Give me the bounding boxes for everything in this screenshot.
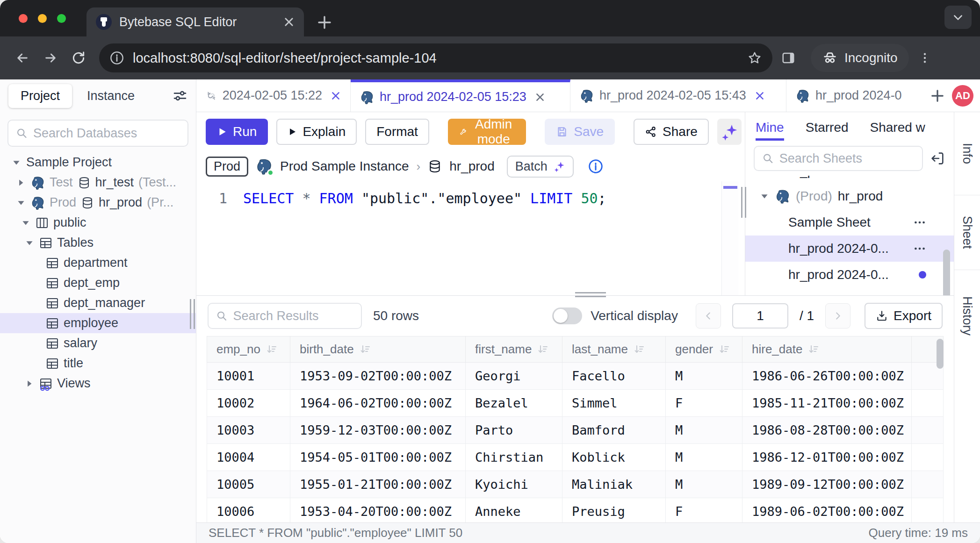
rail-tab-info[interactable]: Info [954,112,980,195]
sheet-tab-1[interactable]: 2024-02-05 15:22 [196,79,351,112]
table-row[interactable]: 10005 1955-01-21T00:00:00Z Kyoichi Malin… [207,471,944,498]
cell[interactable]: 1986-12-01T00:00:00Z [742,444,912,471]
address-bar[interactable]: localhost:8080/sql-editor/sheet/project-… [99,43,772,72]
column-header-birth-date[interactable]: birth_date [290,336,466,363]
search-sheets-input[interactable] [754,146,923,171]
tree-item-table-dept-emp[interactable]: dept_emp [0,273,196,293]
sort-icon[interactable] [808,344,819,355]
sheet-item-sample[interactable]: Sample Sheet [745,209,954,236]
explain-button[interactable]: Explain [276,119,357,145]
search-sheets-field[interactable] [779,151,915,166]
cell[interactable]: M [666,471,742,498]
chevron-down-icon[interactable] [24,238,35,248]
cell[interactable]: 1954-05-01T00:00:00Z [290,444,466,471]
close-sheet-icon[interactable] [755,91,765,101]
sheets-scrollbar[interactable] [943,250,950,295]
maximize-window-button[interactable] [57,14,66,23]
close-tab-icon[interactable] [283,16,295,28]
cell[interactable]: Georgi [466,363,562,390]
tree-item-table-title[interactable]: title [0,353,196,373]
chevron-down-icon[interactable] [11,157,22,168]
tree-item-schema-public[interactable]: public [0,213,196,233]
close-sheet-icon[interactable] [535,92,545,102]
minimize-window-button[interactable] [38,14,47,23]
cell[interactable]: F [666,498,742,523]
rail-tab-history[interactable]: History [954,270,980,362]
tree-item-prod-db[interactable]: Prod hr_prod (Pr... [0,193,196,213]
chevron-down-icon[interactable] [21,218,31,228]
cell[interactable]: Facello [562,363,666,390]
tab-mine[interactable]: Mine [756,120,784,135]
cell[interactable]: 1986-06-26T00:00:00Z [742,363,912,390]
format-button[interactable]: Format [365,119,429,145]
cell[interactable]: Bamford [562,417,666,444]
admin-mode-button[interactable]: Admin mode [448,119,526,145]
table-row[interactable]: 10003 1959-12-03T00:00:00Z Parto Bamford… [207,417,944,444]
tree-item-tables[interactable]: Tables [0,233,196,253]
tree-item-views[interactable]: Views [0,373,196,393]
sort-icon[interactable] [266,344,277,355]
tree-item-table-department[interactable]: department [0,253,196,273]
table-row[interactable]: 10002 1964-06-02T00:00:00Z Bezalel Simme… [207,390,944,417]
user-avatar[interactable]: AD [952,85,973,107]
sort-icon[interactable] [719,344,730,355]
instance-name[interactable]: Prod Sample Instance [280,159,409,174]
cell[interactable]: 1985-11-21T00:00:00Z [742,390,912,417]
reload-button[interactable] [66,46,91,70]
table-row[interactable]: 10006 1953-04-20T00:00:00Z Anneke Preusi… [207,498,944,523]
cell[interactable]: 1989-09-12T00:00:00Z [742,471,912,498]
chevron-right-icon[interactable] [24,379,35,389]
cell[interactable]: 10002 [207,390,290,417]
tree-item-table-employee[interactable]: employee [0,313,196,333]
tab-instance[interactable]: Instance [75,84,147,108]
save-button[interactable]: Save [545,119,615,145]
side-panel-icon[interactable] [776,46,800,70]
tab-starred[interactable]: Starred [806,120,849,135]
editor-minimap[interactable] [721,181,738,295]
rail-tab-sheet[interactable]: Sheet [954,195,980,270]
vertical-display-toggle[interactable] [552,307,582,324]
cell[interactable]: Simmel [562,390,666,417]
column-header-gender[interactable]: gender [666,336,742,363]
column-header-last-name[interactable]: last_name [562,336,666,363]
export-button[interactable]: Export [865,303,943,329]
filter-sliders-icon[interactable] [173,88,187,103]
forward-button[interactable] [38,46,63,70]
cell[interactable]: Chirstian [466,444,562,471]
sidebar-resize-handle[interactable] [190,299,195,329]
cell[interactable]: 1964-06-02T00:00:00Z [290,390,466,417]
cell[interactable]: 10001 [207,363,290,390]
column-header-emp-no[interactable]: emp_no [207,336,290,363]
cell[interactable]: Kyoichi [466,471,562,498]
cell[interactable]: 10003 [207,417,290,444]
search-databases-input[interactable] [7,120,188,147]
cell[interactable]: M [666,363,742,390]
sheet-item-selected[interactable]: hr_prod 2024-0... [745,236,954,262]
chevron-right-icon[interactable] [16,178,26,188]
panel-resize-handle[interactable] [741,187,746,218]
database-name[interactable]: hr_prod [449,159,495,174]
next-page-button[interactable] [825,303,850,329]
tree-item-table-salary[interactable]: salary [0,333,196,353]
cell[interactable]: 1986-08-28T00:00:00Z [742,417,912,444]
cell[interactable]: Parto [466,417,562,444]
new-sheet-button[interactable] [926,79,949,112]
tab-project[interactable]: Project [8,84,72,108]
new-tab-button[interactable] [317,15,332,30]
search-results-field[interactable] [233,309,353,323]
cell[interactable]: 10004 [207,444,290,471]
tab-search-chevron-icon[interactable] [944,6,972,29]
batch-button[interactable]: Batch [507,156,574,178]
sheet-item-unsaved-1[interactable]: hr_prod 2024-0... [745,262,954,288]
chevron-down-icon[interactable] [16,198,26,208]
cell[interactable]: Anneke [466,498,562,523]
sheet-menu-icon[interactable] [913,215,927,229]
cell[interactable]: 10006 [207,498,290,523]
back-button[interactable] [10,46,35,70]
results-scrollbar[interactable] [937,339,944,369]
cell[interactable]: 10005 [207,471,290,498]
cell[interactable]: 1959-12-03T00:00:00Z [290,417,466,444]
sheet-group-hr-prod[interactable]: (Prod) hr_prod [745,183,954,209]
share-button[interactable]: Share [634,119,709,145]
close-sheet-icon[interactable] [331,91,341,101]
